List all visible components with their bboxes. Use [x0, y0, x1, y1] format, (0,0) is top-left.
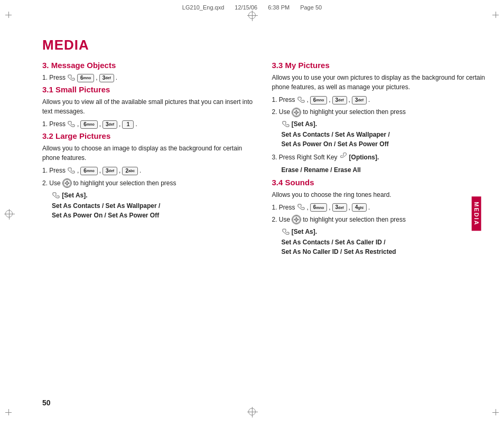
- heading-small-pictures: 3.1 Small Pictures: [42, 85, 256, 94]
- body-my-pictures: Allows you to use your own pictures to d…: [272, 73, 486, 92]
- side-label: MEDIA: [471, 196, 481, 231]
- step-mypics-2-sub: [Set As].: [282, 119, 486, 129]
- nav-icon-1: [62, 178, 72, 188]
- header-date: 12/15/06: [235, 4, 257, 11]
- key-3def-3: 3def: [102, 167, 117, 175]
- step-msg-objects-1: 1. Press 6mno , 3def .: [42, 73, 256, 83]
- key-3def-6: 3def: [332, 203, 347, 212]
- section-large-pictures: 3.2 Large Pictures Allows you to choose …: [42, 131, 256, 220]
- center-mark-top: [248, 12, 256, 19]
- corner-mark-br: [492, 409, 499, 415]
- phone-icon-5: [297, 97, 305, 104]
- key-4ghi: 4ghi: [352, 203, 367, 212]
- step-mypics-1: 1. Press , 6mno , 3def , 3def .: [272, 95, 486, 105]
- heading-my-pictures: 3.3 My Pictures: [272, 61, 486, 70]
- svg-point-17: [295, 219, 297, 221]
- header-time: 6:38 PM: [268, 4, 290, 11]
- key-6mno-2: 6mno: [80, 120, 97, 129]
- phone-icon-2: [67, 121, 76, 128]
- step-mypics-2: 2. Use to highlight your selection then …: [272, 107, 486, 117]
- section-my-pictures: 3.3 My Pictures Allows you to use your o…: [272, 61, 486, 175]
- body-small-pictures: Allows you to view all of the available …: [42, 97, 256, 116]
- step-large-1: 1. Press , 6mno , 3def , 2abc .: [42, 166, 256, 176]
- body-large-pictures: Allows you to choose an image to display…: [42, 144, 256, 163]
- step-large-2-note: Set As Contacts / Set As Wallpaper /Set …: [52, 201, 256, 220]
- heading-msg-objects: 3. Message Objects: [42, 61, 256, 70]
- header-page: Page 50: [300, 4, 322, 11]
- right-column: 3.3 My Pictures Allows you to use your o…: [272, 61, 486, 401]
- step-sounds-2: 2. Use to highlight your selection then …: [272, 215, 486, 225]
- step-mypics-3: 3. Press Right Soft Key [Options].: [272, 152, 486, 163]
- svg-point-5: [66, 182, 68, 184]
- phone-icon-4: [52, 192, 60, 200]
- step-sounds-2-sub: [Set As].: [282, 227, 486, 236]
- step-large-2-sub: [Set As].: [52, 191, 256, 200]
- corner-mark-tl: [5, 12, 12, 18]
- rsk-icon: [339, 152, 348, 163]
- svg-point-11: [295, 111, 297, 113]
- heading-large-pictures: 3.2 Large Pictures: [42, 131, 256, 140]
- key-1: 1: [122, 120, 134, 129]
- page-title: MEDIA: [42, 37, 89, 53]
- left-circle-mark: [5, 210, 13, 217]
- key-3def: 3def: [99, 74, 114, 82]
- main-content: 3. Message Objects 1. Press 6mno , 3def …: [42, 61, 486, 401]
- header-filename: LG210_Eng.qxd: [182, 4, 225, 11]
- heading-sounds: 3.4 Sounds: [272, 178, 486, 187]
- nav-icon-3: [292, 215, 301, 224]
- nav-icon-2: [292, 108, 301, 117]
- phone-icon-6: [282, 121, 290, 128]
- phone-icon-8: [282, 229, 290, 236]
- corner-mark-bl: [5, 409, 12, 415]
- key-3def-5: 3def: [352, 96, 367, 105]
- key-6mno: 6mno: [77, 74, 94, 82]
- key-3def-4: 3def: [332, 96, 347, 105]
- section-sounds: 3.4 Sounds Allows you to choose the ring…: [272, 178, 486, 257]
- section-small-pictures: 3.1 Small Pictures Allows you to view al…: [42, 85, 256, 129]
- phone-icon: [67, 74, 76, 82]
- key-6mno-5: 6mno: [310, 203, 327, 212]
- step-mypics-3-note: Erase / Rename / Erase All: [282, 165, 486, 175]
- center-mark-bottom: [248, 408, 256, 415]
- key-6mno-3: 6mno: [80, 167, 97, 175]
- key-3def-2: 3def: [102, 120, 117, 129]
- step-sounds-2-note: Set As Contacts / Set As Caller ID /Set …: [282, 238, 486, 257]
- corner-mark-tr: [492, 12, 499, 18]
- step-small-1: 1. Press , 6mno , 3def , 1 .: [42, 119, 256, 129]
- key-2abc: 2abc: [122, 167, 138, 175]
- left-column: 3. Message Objects 1. Press 6mno , 3def …: [42, 61, 256, 401]
- key-6mno-4: 6mno: [310, 96, 327, 105]
- header-bar: LG210_Eng.qxd 12/15/06 6:38 PM Page 50: [0, 4, 504, 11]
- section-msg-objects: 3. Message Objects 1. Press 6mno , 3def …: [42, 61, 256, 83]
- step-large-2: 2. Use to highlight your selection then …: [42, 178, 256, 188]
- step-sounds-1: 1. Press , 6mno , 3def , 4ghi .: [272, 203, 486, 213]
- step-mypics-2-note: Set As Contacts / Set As Wallpaper /Set …: [282, 130, 486, 149]
- body-sounds: Allows you to choose the ring tones hear…: [272, 190, 486, 200]
- page-number: 50: [42, 398, 51, 407]
- phone-icon-3: [67, 167, 76, 175]
- phone-icon-7: [297, 204, 305, 211]
